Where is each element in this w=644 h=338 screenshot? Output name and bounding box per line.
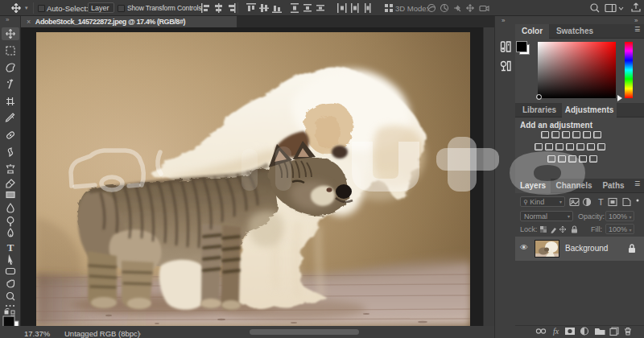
svg-text:T: T <box>598 197 604 207</box>
svg-text:T: T <box>7 241 14 254</box>
svg-text:fx: fx <box>553 327 559 336</box>
